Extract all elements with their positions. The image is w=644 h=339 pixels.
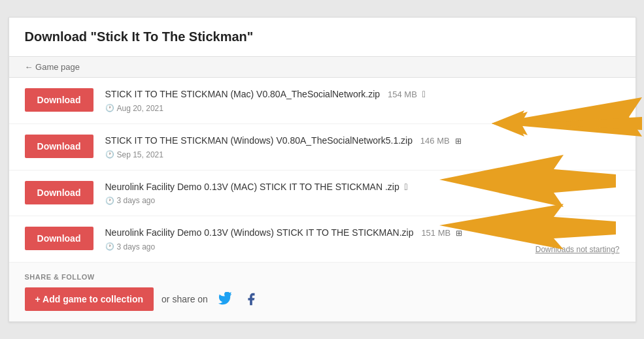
file-info-2: STICK IT TO THE STICKMAN (Windows) V0.80… bbox=[105, 135, 620, 159]
add-collection-button[interactable]: + Add game to collection bbox=[25, 287, 154, 311]
table-row: Download STICK IT TO THE STICKMAN (Windo… bbox=[9, 124, 636, 170]
table-row: Download Neurolink Facility Demo 0.13V (… bbox=[9, 216, 636, 263]
clock-icon-2: 🕐 bbox=[105, 150, 114, 159]
filedate-2: 🕐 Sep 15, 2021 bbox=[105, 150, 620, 159]
clock-icon-4: 🕐 bbox=[105, 242, 114, 251]
downloads-not-starting-link[interactable]: Downloads not starting? bbox=[535, 245, 620, 254]
table-row: Download Neurolink Facility Demo 0.13V (… bbox=[9, 170, 636, 217]
filename-3: Neurolink Facility Demo 0.13V (MAC) STIC… bbox=[105, 181, 620, 194]
table-row: Download STICK IT TO THE STICKMAN (Mac) … bbox=[9, 78, 636, 124]
clock-icon-1: 🕐 bbox=[105, 104, 114, 112]
filesize-1: 154 MB bbox=[388, 89, 417, 99]
page-title: Download "Stick It To The Stickman" bbox=[25, 29, 620, 44]
download-button-4[interactable]: Download bbox=[25, 227, 93, 250]
twitter-icon[interactable] bbox=[216, 290, 234, 308]
filedate-3: 🕐 3 days ago bbox=[105, 196, 620, 205]
download-button-3[interactable]: Download bbox=[25, 181, 93, 204]
nav-bar: ← Game page bbox=[9, 57, 636, 78]
windows-icon-2: ⊞ bbox=[455, 137, 462, 146]
share-section: SHARE & FOLLOW + Add game to collection … bbox=[9, 263, 636, 321]
main-container: Download "Stick It To The Stickman" ← Ga… bbox=[8, 17, 636, 321]
share-actions: + Add game to collection or share on bbox=[25, 287, 620, 311]
filesize-4: 151 MB bbox=[421, 228, 450, 238]
download-button-1[interactable]: Download bbox=[25, 88, 93, 112]
facebook-icon[interactable] bbox=[242, 290, 260, 308]
windows-icon-4: ⊞ bbox=[456, 229, 462, 238]
file-info-1: STICK IT TO THE STICKMAN (Mac) V0.80A_Th… bbox=[105, 88, 620, 113]
filename-1: STICK IT TO THE STICKMAN (Mac) V0.80A_Th… bbox=[105, 88, 620, 101]
mac-icon-3:  bbox=[405, 182, 408, 192]
filename-4: Neurolink Facility Demo 0.13V (Windows) … bbox=[105, 227, 620, 240]
share-label: SHARE & FOLLOW bbox=[25, 273, 620, 281]
filename-2: STICK IT TO THE STICKMAN (Windows) V0.80… bbox=[105, 135, 620, 148]
filesize-2: 146 MB bbox=[420, 136, 450, 146]
download-button-2[interactable]: Download bbox=[25, 135, 93, 158]
filedate-1: 🕐 Aug 20, 2021 bbox=[105, 104, 620, 113]
back-link[interactable]: ← Game page bbox=[25, 62, 80, 72]
clock-icon-3: 🕐 bbox=[105, 197, 114, 205]
downloads-list: Download STICK IT TO THE STICKMAN (Mac) … bbox=[9, 78, 636, 262]
or-share-text: or share on bbox=[161, 294, 208, 304]
file-info-3: Neurolink Facility Demo 0.13V (MAC) STIC… bbox=[105, 181, 620, 206]
mac-icon-1:  bbox=[422, 89, 426, 99]
page-header: Download "Stick It To The Stickman" bbox=[9, 18, 636, 57]
